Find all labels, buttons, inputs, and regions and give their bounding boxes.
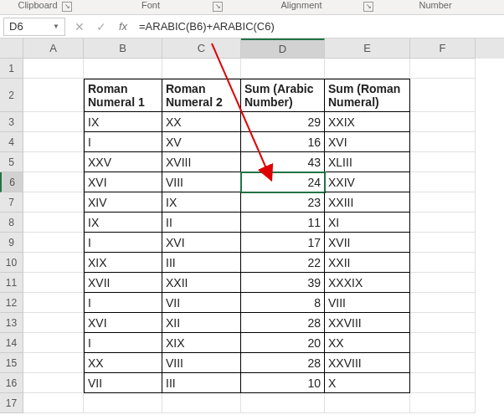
cell[interactable] <box>23 233 84 253</box>
cell[interactable]: I <box>84 333 162 353</box>
cell[interactable]: Sum (Arabic Number) <box>241 79 325 112</box>
cell[interactable] <box>410 59 476 79</box>
row-header[interactable]: 12 <box>0 293 23 313</box>
cell[interactable] <box>23 79 84 112</box>
col-header[interactable]: B <box>84 38 162 59</box>
name-box[interactable]: D6 ▼ <box>3 18 65 36</box>
cell[interactable]: 11 <box>241 213 325 233</box>
cell[interactable]: 22 <box>241 253 325 273</box>
cell[interactable]: XXXIX <box>325 273 410 293</box>
row-header[interactable]: 8 <box>0 213 23 233</box>
cell[interactable] <box>410 152 476 172</box>
row-header[interactable]: 16 <box>0 373 23 393</box>
col-header[interactable]: D <box>241 38 325 59</box>
cell[interactable] <box>410 353 476 373</box>
cell[interactable]: XX <box>162 112 241 132</box>
cell[interactable]: 29 <box>241 112 325 132</box>
cell[interactable] <box>325 59 410 79</box>
cell[interactable] <box>23 213 84 233</box>
cell[interactable]: XXVIII <box>325 353 410 373</box>
row-header[interactable]: 6 <box>0 172 23 192</box>
cell[interactable]: XII <box>162 313 241 333</box>
col-header[interactable]: E <box>325 38 410 59</box>
cell[interactable]: 20 <box>241 333 325 353</box>
cell[interactable]: XIX <box>162 333 241 353</box>
cell[interactable]: I <box>84 233 162 253</box>
cell[interactable]: XIX <box>84 253 162 273</box>
row-header[interactable]: 3 <box>0 112 23 132</box>
cell[interactable]: VIII <box>162 353 241 373</box>
row-header[interactable]: 17 <box>0 393 23 413</box>
cell[interactable]: 24 <box>241 172 325 192</box>
cell[interactable]: XXII <box>162 273 241 293</box>
cell[interactable] <box>410 112 476 132</box>
cell[interactable] <box>84 393 162 413</box>
cell[interactable] <box>23 192 84 213</box>
cell[interactable]: XIV <box>84 192 162 213</box>
row-header[interactable]: 11 <box>0 273 23 293</box>
col-header[interactable]: F <box>410 38 476 59</box>
cell[interactable]: 28 <box>241 313 325 333</box>
cell[interactable]: XVI <box>325 132 410 152</box>
cell[interactable] <box>23 253 84 273</box>
cell[interactable] <box>325 393 410 413</box>
cell[interactable]: 43 <box>241 152 325 172</box>
cell[interactable]: VII <box>162 293 241 313</box>
cell[interactable]: XXIX <box>325 112 410 132</box>
cell[interactable] <box>410 333 476 353</box>
cell[interactable] <box>23 333 84 353</box>
cell[interactable] <box>410 373 476 393</box>
cancel-icon[interactable]: ✕ <box>69 20 90 33</box>
cell[interactable] <box>23 373 84 393</box>
dialog-launcher-icon[interactable]: ↘ <box>363 2 373 12</box>
cell[interactable]: XVII <box>84 273 162 293</box>
cell[interactable]: XVI <box>162 233 241 253</box>
cell[interactable] <box>410 293 476 313</box>
cell[interactable] <box>23 273 84 293</box>
formula-input[interactable]: =ARABIC(B6)+ARABIC(C6) <box>134 18 504 36</box>
row-header[interactable]: 1 <box>0 59 23 79</box>
cell[interactable] <box>23 353 84 373</box>
cell[interactable]: XVIII <box>162 152 241 172</box>
cell[interactable] <box>84 59 162 79</box>
cell[interactable]: Roman Numeral 1 <box>84 79 162 112</box>
col-header[interactable]: A <box>23 38 84 59</box>
cell[interactable] <box>410 313 476 333</box>
cell[interactable] <box>241 59 325 79</box>
cell[interactable]: IX <box>162 192 241 213</box>
cell[interactable]: XX <box>84 353 162 373</box>
row-header[interactable]: 2 <box>0 79 23 112</box>
cell[interactable] <box>23 132 84 152</box>
cell[interactable]: XXIII <box>325 192 410 213</box>
row-header[interactable]: 14 <box>0 333 23 353</box>
cell[interactable] <box>410 253 476 273</box>
cell[interactable]: Roman Numeral 2 <box>162 79 241 112</box>
enter-icon[interactable]: ✓ <box>90 20 112 33</box>
cell[interactable]: XVII <box>325 233 410 253</box>
cell[interactable]: Sum (Roman Numeral) <box>325 79 410 112</box>
cell[interactable] <box>23 293 84 313</box>
cell[interactable]: XXV <box>84 152 162 172</box>
cell[interactable]: XI <box>325 213 410 233</box>
row-header[interactable]: 13 <box>0 313 23 333</box>
cell[interactable] <box>162 59 241 79</box>
cell[interactable] <box>410 132 476 152</box>
cell[interactable]: XXVIII <box>325 313 410 333</box>
cell[interactable] <box>23 59 84 79</box>
select-all-corner[interactable] <box>0 38 23 59</box>
row-header[interactable]: 9 <box>0 233 23 253</box>
cell[interactable]: III <box>162 253 241 273</box>
col-header[interactable]: C <box>162 38 241 59</box>
cell[interactable]: 17 <box>241 233 325 253</box>
cell[interactable]: III <box>162 373 241 393</box>
cell[interactable]: XXII <box>325 253 410 273</box>
cell[interactable] <box>410 192 476 213</box>
cell[interactable] <box>410 213 476 233</box>
row-header[interactable]: 10 <box>0 253 23 273</box>
cell[interactable] <box>410 393 476 413</box>
cell[interactable] <box>23 172 84 192</box>
cell[interactable] <box>162 393 241 413</box>
cell[interactable] <box>23 313 84 333</box>
cell[interactable]: XV <box>162 132 241 152</box>
row-header[interactable]: 5 <box>0 152 23 172</box>
